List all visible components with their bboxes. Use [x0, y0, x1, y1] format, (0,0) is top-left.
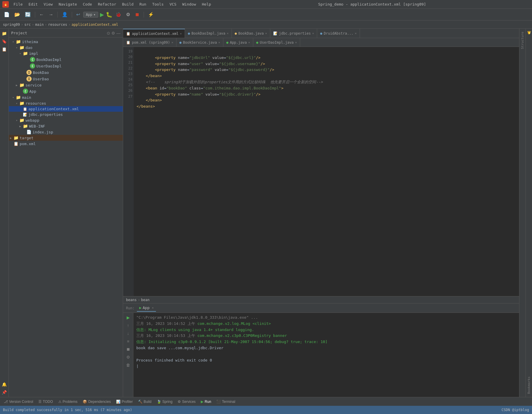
run-config-dropdown[interactable]: App ▾ — [83, 12, 98, 18]
back-btn[interactable]: ← — [38, 11, 45, 18]
breadcrumb-resources[interactable]: resources — [48, 23, 67, 27]
tree-item-bookdao[interactable]: ▶ I BookDao — [9, 69, 123, 76]
terminal-btn[interactable]: ⬛ Terminal — [214, 399, 237, 405]
todo-btn[interactable]: ☰ TODO — [36, 399, 55, 405]
tree-item-dao[interactable]: ▾ 📁 dao — [9, 45, 123, 50]
menu-refactor[interactable]: Refactor — [96, 1, 119, 7]
tree-item-target[interactable]: ▶ 📁 target — [9, 135, 123, 141]
problems-btn[interactable]: ⚠ Problems — [56, 399, 80, 405]
tab-appjava-close[interactable]: ✕ — [248, 41, 250, 44]
run-play-btn[interactable]: ▶ — [126, 314, 131, 321]
run-scroll-down-btn[interactable]: ↓ — [126, 330, 130, 337]
run-bottom-btn[interactable]: ▶ Run — [198, 399, 213, 405]
forward-btn[interactable]: → — [47, 11, 55, 18]
run-scroll-up-btn[interactable]: ↑ — [126, 322, 130, 329]
tab-appcontext[interactable]: 📋 applicationContext.xml ✕ — [123, 29, 185, 38]
translate-btn[interactable]: ⚡ — [147, 11, 155, 18]
tree-item-service[interactable]: ▶ 📁 service — [9, 82, 123, 88]
project-panel-icon[interactable]: 📁 — [1, 30, 8, 37]
profile-btn[interactable]: ⚙ — [125, 11, 132, 18]
tree-item-userdao[interactable]: ▶ I UserDao — [9, 76, 123, 82]
code-editor[interactable]: 19 20 21 22 23 24 25 26 27 <property nam… — [123, 47, 519, 296]
tab-druid-close[interactable]: ✕ — [355, 32, 357, 35]
tree-item-webapp[interactable]: ▾ 📁 webapp — [9, 117, 123, 123]
tab-jdbcprops[interactable]: 📝 jdbc.properties ✕ — [270, 29, 317, 38]
stop-btn[interactable]: ⏹ — [133, 11, 141, 18]
editor-breadcrumb-beans[interactable]: beans — [126, 298, 137, 302]
structure-label[interactable]: Structure — [521, 30, 524, 51]
tree-item-app[interactable]: ▶ C App — [9, 88, 123, 94]
sidebar-icon2[interactable]: 🔖 — [1, 38, 8, 45]
menu-help[interactable]: Help — [200, 1, 213, 7]
breadcrumb-main[interactable]: main — [35, 23, 44, 27]
dependencies-btn[interactable]: 📦 Dependencies — [80, 399, 113, 405]
run-clear-btn[interactable]: 🗑 — [125, 362, 131, 368]
open-btn[interactable]: 📂 — [13, 11, 22, 18]
tab-bookdao-close[interactable]: ✕ — [265, 32, 267, 35]
undo-btn[interactable]: ↩ — [75, 11, 81, 18]
menu-window[interactable]: Window — [180, 1, 198, 7]
panel-close-btn[interactable]: — — [116, 31, 120, 35]
tree-item-jdbcprops[interactable]: ▶ 📝 jdbc.properties — [9, 112, 123, 117]
breadcrumb-file[interactable]: applicationContext.xml — [72, 23, 118, 27]
tab-pomxml-close[interactable]: ✕ — [171, 41, 173, 44]
sidebar-icon-bottom1[interactable]: 🔔 — [1, 381, 8, 388]
run-stop-btn[interactable]: ⏹ — [125, 346, 131, 352]
debug-btn[interactable]: 🐛 — [106, 11, 112, 18]
run-btn[interactable]: ▶ — [100, 11, 104, 18]
menu-edit[interactable]: Edit — [26, 1, 40, 7]
tree-item-bookdaoimpl[interactable]: ▶ C BookDaoImpl — [9, 56, 123, 63]
run-tab-app[interactable]: ▶ App ✕ — [137, 304, 156, 312]
bookmarks-top-icon[interactable]: 🔔 — [526, 30, 532, 36]
tree-item-indexjsp[interactable]: ▶ 📄 index.jsp — [9, 129, 123, 135]
tab-appcontext-close[interactable]: ✕ — [180, 32, 182, 35]
run-wrap-btn[interactable]: ≡ — [126, 338, 130, 345]
tree-item-main[interactable]: ▾ 📁 main — [9, 94, 123, 100]
menu-run[interactable]: Run — [137, 1, 149, 7]
profiler-btn[interactable]: 📊 Profiler — [114, 399, 135, 405]
sidebar-icon-bottom2[interactable]: 📌 — [1, 389, 8, 396]
tree-item-appcontext[interactable]: ▶ 📋 applicationContext.xml — [9, 106, 123, 112]
build-btn[interactable]: 🔨 Build — [136, 399, 154, 405]
breadcrumb-src[interactable]: src — [24, 23, 31, 27]
bookmarks-label[interactable]: Bookmarks — [527, 375, 531, 396]
run-settings-btn[interactable]: ⚙ — [125, 354, 131, 360]
tab-druid[interactable]: ● DruidAbstra... ✕ — [317, 29, 360, 38]
tab-bookdaoimpl-close[interactable]: ✕ — [227, 32, 229, 35]
recent-files-btn[interactable]: 👤 — [60, 11, 69, 18]
menu-code[interactable]: Code — [81, 1, 94, 7]
tab-pomxml[interactable]: 📋 pom.xml (spring09) ✕ — [123, 38, 176, 47]
menu-build[interactable]: Build — [120, 1, 136, 7]
tab-appjava[interactable]: ● App.java ✕ — [223, 38, 253, 47]
menu-file[interactable]: File — [11, 1, 25, 7]
coverage-btn[interactable]: 🐞 — [114, 11, 123, 18]
tab-bookservice-close[interactable]: ✕ — [218, 41, 220, 44]
tab-userdaoimpl[interactable]: ● UserDaoImpl.java ✕ — [253, 38, 300, 47]
sync-btn[interactable]: 🔄 — [23, 11, 32, 18]
tab-jdbcprops-close[interactable]: ✕ — [312, 32, 314, 35]
panel-scope-btn[interactable]: ⊙ — [107, 31, 110, 35]
tab-bookservice[interactable]: ● BookService.java ✕ — [176, 38, 223, 47]
code-content-area[interactable]: <property name="jdbcUrl" value="${jdbc.u… — [134, 47, 519, 296]
sidebar-icon3[interactable]: 📋 — [1, 46, 8, 52]
run-tab-close[interactable]: ✕ — [152, 306, 154, 309]
version-control-btn[interactable]: ⎇ Version Control — [1, 399, 35, 405]
menu-tools[interactable]: Tools — [150, 1, 166, 7]
new-file-btn[interactable]: 📄 — [2, 11, 11, 18]
menu-vcs[interactable]: VCS — [167, 1, 179, 7]
services-btn[interactable]: ⚙ Services — [175, 399, 198, 405]
tree-item-webinf[interactable]: ▶ 📁 WEB-INF — [9, 123, 123, 129]
editor-breadcrumb-bean[interactable]: bean — [141, 298, 149, 302]
breadcrumb-spring09[interactable]: spring09 — [3, 23, 20, 27]
tab-bookdao[interactable]: ● BookDao.java ✕ — [232, 29, 270, 38]
tab-bookdaoimpl[interactable]: ● BookDaoImpl.java ✕ — [185, 29, 232, 38]
spring-btn[interactable]: 🍃 Spring — [154, 399, 175, 405]
tree-item-userdaoimpl[interactable]: ▶ C UserDaoImpl — [9, 63, 123, 69]
tab-userdaoimpl-close[interactable]: ✕ — [295, 41, 297, 44]
menu-view[interactable]: View — [41, 1, 55, 7]
tree-item-resources[interactable]: ▾ 📁 resources — [9, 100, 123, 106]
menu-navigate[interactable]: Navigate — [56, 1, 79, 7]
panel-settings-btn[interactable]: ⚙ — [111, 31, 115, 35]
tree-item-itheima[interactable]: ▾ 📁 itheima — [9, 39, 123, 45]
tree-item-pomxml[interactable]: ▶ 📋 pom.xml — [9, 141, 123, 147]
